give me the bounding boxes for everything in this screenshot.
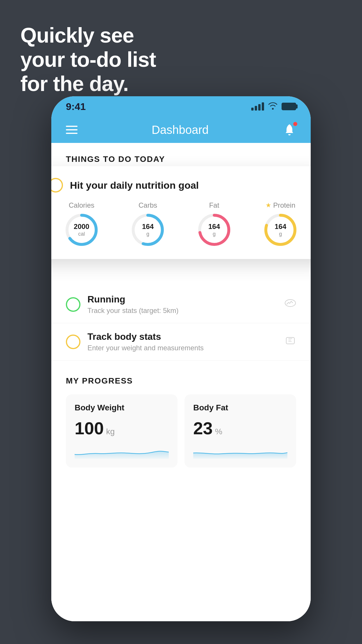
calories-label: Calories — [69, 201, 94, 209]
body-weight-title: Body Weight — [75, 403, 169, 412]
fat-unit: g — [208, 231, 220, 237]
body-stats-title: Track body stats — [87, 331, 277, 342]
running-title: Running — [87, 294, 277, 305]
fat-value: 164 — [208, 223, 220, 231]
carbs-label: Carbs — [138, 201, 157, 209]
fat-label: Fat — [209, 201, 219, 209]
notification-dot — [293, 122, 297, 126]
wifi-icon — [268, 102, 278, 112]
scale-icon — [284, 335, 296, 349]
carbs-value: 164 — [142, 223, 154, 231]
progress-header: MY PROGRESS — [66, 376, 296, 386]
status-icons — [251, 102, 296, 112]
battery-icon — [282, 103, 296, 110]
star-icon: ★ — [266, 202, 271, 209]
carbs-item: Carbs 164 g — [130, 201, 165, 247]
protein-unit: g — [275, 231, 286, 237]
protein-value: 164 — [275, 223, 286, 231]
progress-cards: Body Weight 100 kg — [66, 394, 296, 468]
body-fat-value: 23 — [193, 418, 213, 438]
calories-unit: cal — [74, 231, 89, 237]
bottom-shadow — [51, 563, 311, 621]
carbs-unit: g — [142, 231, 154, 237]
menu-button[interactable] — [66, 126, 78, 134]
body-weight-value: 100 — [75, 418, 104, 438]
body-fat-card: Body Fat 23 % — [184, 394, 296, 468]
hero-text: Quickly see your to-do list for the day. — [20, 23, 156, 96]
body-fat-title: Body Fat — [193, 403, 287, 412]
notification-button[interactable] — [283, 123, 296, 136]
todo-body-stats[interactable]: Track body stats Enter your weight and m… — [51, 323, 311, 360]
body-weight-unit: kg — [106, 427, 115, 436]
status-time: 9:41 — [66, 101, 86, 112]
nutrition-row: Calories 2000 cal Carbs — [51, 201, 311, 247]
app-header: Dashboard — [51, 117, 311, 143]
body-stats-checkbox[interactable] — [66, 335, 80, 349]
header-title: Dashboard — [152, 123, 209, 136]
running-checkbox[interactable] — [66, 297, 80, 312]
running-icon — [284, 297, 296, 312]
body-weight-card: Body Weight 100 kg — [66, 394, 178, 468]
carbs-donut: 164 g — [130, 212, 165, 247]
body-stats-text: Track body stats Enter your weight and m… — [87, 331, 277, 352]
svg-point-8 — [285, 300, 296, 307]
signal-icon — [251, 102, 264, 111]
running-text: Running Track your stats (target: 5km) — [87, 294, 277, 315]
progress-section: MY PROGRESS Body Weight 100 kg — [51, 365, 311, 479]
nutrition-card-title: Hit your daily nutrition goal — [70, 180, 199, 191]
calories-value: 2000 — [74, 223, 89, 231]
body-stats-subtitle: Enter your weight and measurements — [87, 344, 277, 352]
protein-donut: 164 g — [263, 212, 298, 247]
protein-item: ★ Protein 164 g — [263, 201, 298, 247]
nutrition-checkbox[interactable] — [51, 178, 63, 192]
todo-running[interactable]: Running Track your stats (target: 5km) — [51, 286, 311, 323]
nutrition-card: Hit your daily nutrition goal Calories 2… — [51, 166, 311, 259]
protein-label: Protein — [273, 201, 295, 209]
body-fat-unit: % — [215, 427, 222, 436]
fat-donut: 164 g — [197, 212, 232, 247]
phone-mockup: 9:41 Dashboard — [51, 96, 311, 621]
body-fat-chart — [193, 444, 287, 459]
things-today-header: THINGS TO DO TODAY — [51, 143, 311, 170]
running-subtitle: Track your stats (target: 5km) — [87, 307, 277, 315]
calories-item: Calories 2000 cal — [64, 201, 99, 247]
body-weight-chart — [75, 444, 169, 459]
status-bar: 9:41 — [51, 96, 311, 117]
phone-content: THINGS TO DO TODAY Hit your daily nutrit… — [51, 143, 311, 621]
fat-item: Fat 164 g — [197, 201, 232, 247]
calories-donut: 2000 cal — [64, 212, 99, 247]
